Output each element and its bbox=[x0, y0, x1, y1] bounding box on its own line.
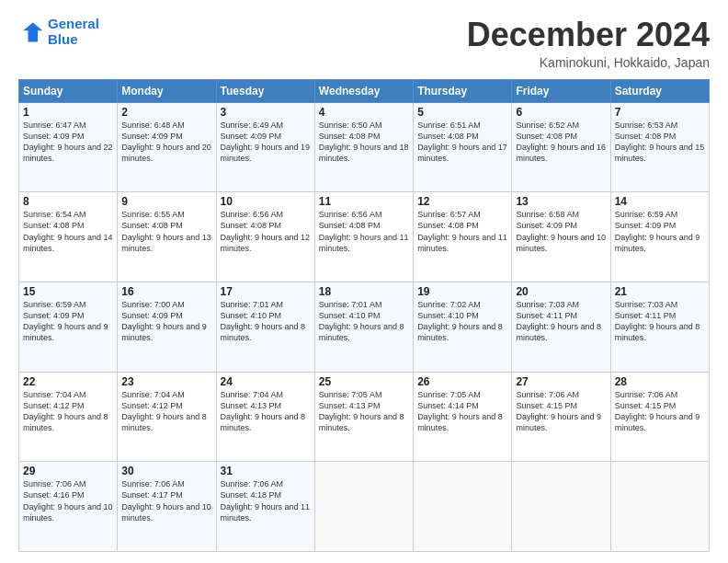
day-number: 17 bbox=[221, 285, 311, 298]
calendar-cell: 6Sunrise: 6:52 AM Sunset: 4:08 PM Daylig… bbox=[512, 102, 610, 192]
logo: General Blue bbox=[18, 17, 99, 47]
cell-info: Sunrise: 7:00 AM Sunset: 4:09 PM Dayligh… bbox=[121, 299, 211, 344]
day-number: 4 bbox=[319, 106, 409, 119]
cell-info: Sunrise: 7:01 AM Sunset: 4:10 PM Dayligh… bbox=[221, 299, 311, 344]
day-number: 6 bbox=[516, 106, 606, 119]
calendar-table: SundayMondayTuesdayWednesdayThursdayFrid… bbox=[18, 79, 710, 552]
day-number: 31 bbox=[221, 465, 311, 477]
calendar-cell: 3Sunrise: 6:49 AM Sunset: 4:09 PM Daylig… bbox=[216, 102, 314, 192]
cell-info: Sunrise: 7:04 AM Sunset: 4:13 PM Dayligh… bbox=[221, 389, 311, 434]
calendar-cell bbox=[512, 462, 610, 552]
calendar-cell: 29Sunrise: 7:06 AM Sunset: 4:16 PM Dayli… bbox=[19, 462, 118, 552]
day-number: 24 bbox=[221, 375, 311, 388]
cell-info: Sunrise: 7:06 AM Sunset: 4:15 PM Dayligh… bbox=[516, 389, 606, 434]
calendar-cell: 13Sunrise: 6:58 AM Sunset: 4:09 PM Dayli… bbox=[512, 192, 610, 282]
calendar-header-monday: Monday bbox=[118, 79, 216, 102]
cell-info: Sunrise: 6:59 AM Sunset: 4:09 PM Dayligh… bbox=[23, 299, 113, 344]
day-number: 18 bbox=[319, 285, 409, 298]
calendar-cell: 20Sunrise: 7:03 AM Sunset: 4:11 PM Dayli… bbox=[512, 282, 610, 372]
day-number: 22 bbox=[23, 375, 113, 388]
day-number: 3 bbox=[221, 106, 311, 119]
cell-info: Sunrise: 7:05 AM Sunset: 4:13 PM Dayligh… bbox=[319, 389, 409, 434]
calendar-cell bbox=[610, 462, 709, 552]
cell-info: Sunrise: 6:49 AM Sunset: 4:09 PM Dayligh… bbox=[221, 120, 311, 165]
logo-line1: General bbox=[48, 16, 99, 31]
calendar-cell: 14Sunrise: 6:59 AM Sunset: 4:09 PM Dayli… bbox=[610, 192, 709, 282]
calendar-cell: 22Sunrise: 7:04 AM Sunset: 4:12 PM Dayli… bbox=[19, 372, 118, 462]
calendar-cell: 5Sunrise: 6:51 AM Sunset: 4:08 PM Daylig… bbox=[414, 102, 512, 192]
calendar-cell: 25Sunrise: 7:05 AM Sunset: 4:13 PM Dayli… bbox=[314, 372, 413, 462]
day-number: 2 bbox=[121, 106, 211, 119]
calendar-cell: 8Sunrise: 6:54 AM Sunset: 4:08 PM Daylig… bbox=[19, 192, 118, 282]
cell-info: Sunrise: 7:06 AM Sunset: 4:15 PM Dayligh… bbox=[615, 389, 705, 434]
day-number: 15 bbox=[23, 285, 113, 298]
cell-info: Sunrise: 7:04 AM Sunset: 4:12 PM Dayligh… bbox=[23, 389, 113, 434]
cell-info: Sunrise: 6:53 AM Sunset: 4:08 PM Dayligh… bbox=[615, 120, 705, 165]
calendar-cell: 19Sunrise: 7:02 AM Sunset: 4:10 PM Dayli… bbox=[414, 282, 512, 372]
cell-info: Sunrise: 6:56 AM Sunset: 4:08 PM Dayligh… bbox=[319, 209, 409, 254]
day-number: 28 bbox=[615, 375, 705, 388]
cell-info: Sunrise: 6:48 AM Sunset: 4:09 PM Dayligh… bbox=[121, 120, 211, 165]
calendar-cell: 27Sunrise: 7:06 AM Sunset: 4:15 PM Dayli… bbox=[512, 372, 610, 462]
calendar-cell: 15Sunrise: 6:59 AM Sunset: 4:09 PM Dayli… bbox=[19, 282, 118, 372]
cell-info: Sunrise: 6:58 AM Sunset: 4:09 PM Dayligh… bbox=[516, 209, 606, 254]
calendar-header-wednesday: Wednesday bbox=[314, 79, 413, 102]
day-number: 11 bbox=[319, 195, 409, 208]
calendar-cell: 18Sunrise: 7:01 AM Sunset: 4:10 PM Dayli… bbox=[314, 282, 413, 372]
calendar-week-row: 29Sunrise: 7:06 AM Sunset: 4:16 PM Dayli… bbox=[19, 462, 710, 552]
day-number: 5 bbox=[417, 106, 507, 119]
cell-info: Sunrise: 6:55 AM Sunset: 4:08 PM Dayligh… bbox=[121, 209, 211, 254]
cell-info: Sunrise: 6:59 AM Sunset: 4:09 PM Dayligh… bbox=[615, 209, 705, 254]
day-number: 29 bbox=[23, 465, 113, 477]
day-number: 20 bbox=[516, 285, 606, 298]
day-number: 27 bbox=[516, 375, 606, 388]
calendar-week-row: 8Sunrise: 6:54 AM Sunset: 4:08 PM Daylig… bbox=[19, 192, 710, 282]
cell-info: Sunrise: 7:03 AM Sunset: 4:11 PM Dayligh… bbox=[615, 299, 705, 344]
logo-text: General Blue bbox=[48, 17, 99, 47]
header: General Blue December 2024 Kaminokuni, H… bbox=[18, 17, 710, 70]
day-number: 1 bbox=[23, 106, 113, 119]
day-number: 26 bbox=[417, 375, 507, 388]
calendar-cell: 17Sunrise: 7:01 AM Sunset: 4:10 PM Dayli… bbox=[216, 282, 314, 372]
day-number: 25 bbox=[319, 375, 409, 388]
day-number: 14 bbox=[615, 195, 705, 208]
calendar-header-row: SundayMondayTuesdayWednesdayThursdayFrid… bbox=[19, 79, 710, 102]
calendar-header-saturday: Saturday bbox=[610, 79, 709, 102]
calendar-week-row: 15Sunrise: 6:59 AM Sunset: 4:09 PM Dayli… bbox=[19, 282, 710, 372]
location-title: Kaminokuni, Hokkaido, Japan bbox=[467, 55, 710, 70]
day-number: 19 bbox=[417, 285, 507, 298]
calendar-header-sunday: Sunday bbox=[19, 79, 118, 102]
cell-info: Sunrise: 7:06 AM Sunset: 4:18 PM Dayligh… bbox=[221, 478, 311, 523]
calendar-cell: 24Sunrise: 7:04 AM Sunset: 4:13 PM Dayli… bbox=[216, 372, 314, 462]
calendar-cell: 10Sunrise: 6:56 AM Sunset: 4:08 PM Dayli… bbox=[216, 192, 314, 282]
calendar-cell: 7Sunrise: 6:53 AM Sunset: 4:08 PM Daylig… bbox=[610, 102, 709, 192]
calendar-week-row: 1Sunrise: 6:47 AM Sunset: 4:09 PM Daylig… bbox=[19, 102, 710, 192]
day-number: 23 bbox=[121, 375, 211, 388]
calendar-cell bbox=[314, 462, 413, 552]
logo-icon bbox=[18, 19, 44, 45]
cell-info: Sunrise: 7:02 AM Sunset: 4:10 PM Dayligh… bbox=[417, 299, 507, 344]
day-number: 30 bbox=[121, 465, 211, 477]
calendar-cell: 12Sunrise: 6:57 AM Sunset: 4:08 PM Dayli… bbox=[414, 192, 512, 282]
cell-info: Sunrise: 6:50 AM Sunset: 4:08 PM Dayligh… bbox=[319, 120, 409, 165]
day-number: 10 bbox=[221, 195, 311, 208]
cell-info: Sunrise: 7:05 AM Sunset: 4:14 PM Dayligh… bbox=[417, 389, 507, 434]
calendar-cell: 16Sunrise: 7:00 AM Sunset: 4:09 PM Dayli… bbox=[118, 282, 216, 372]
month-title: December 2024 bbox=[467, 17, 710, 53]
calendar-header-tuesday: Tuesday bbox=[216, 79, 314, 102]
calendar-cell: 9Sunrise: 6:55 AM Sunset: 4:08 PM Daylig… bbox=[118, 192, 216, 282]
day-number: 7 bbox=[615, 106, 705, 119]
page: General Blue December 2024 Kaminokuni, H… bbox=[0, 0, 728, 563]
day-number: 21 bbox=[615, 285, 705, 298]
cell-info: Sunrise: 6:57 AM Sunset: 4:08 PM Dayligh… bbox=[417, 209, 507, 254]
calendar-header-thursday: Thursday bbox=[414, 79, 512, 102]
calendar-cell bbox=[414, 462, 512, 552]
logo-line2: Blue bbox=[48, 31, 78, 47]
title-block: December 2024 Kaminokuni, Hokkaido, Japa… bbox=[467, 17, 710, 70]
day-number: 12 bbox=[417, 195, 507, 208]
calendar-cell: 30Sunrise: 7:06 AM Sunset: 4:17 PM Dayli… bbox=[118, 462, 216, 552]
calendar-cell: 26Sunrise: 7:05 AM Sunset: 4:14 PM Dayli… bbox=[414, 372, 512, 462]
cell-info: Sunrise: 7:06 AM Sunset: 4:16 PM Dayligh… bbox=[23, 478, 113, 523]
cell-info: Sunrise: 7:03 AM Sunset: 4:11 PM Dayligh… bbox=[516, 299, 606, 344]
cell-info: Sunrise: 6:52 AM Sunset: 4:08 PM Dayligh… bbox=[516, 120, 606, 165]
